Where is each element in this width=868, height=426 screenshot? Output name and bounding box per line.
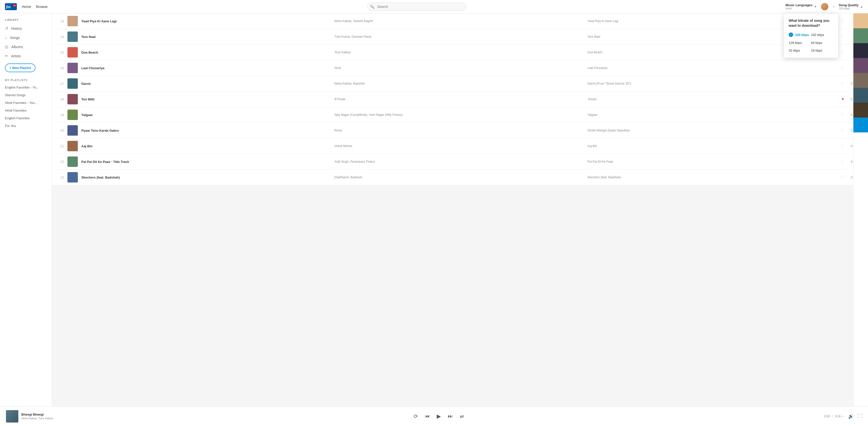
- search-bar: 🔍: [367, 2, 434, 11]
- table-row[interactable]: 16 Laal Chunariya Akull Laal Chunariya ♡…: [52, 60, 434, 76]
- song-number: 18: [57, 97, 64, 101]
- song-artist: Neha Kakkar, Badshah: [334, 82, 434, 85]
- table-row[interactable]: 13 Yaad Piya Ki Aane Lagi Neha Kakkar, T…: [52, 13, 434, 29]
- song-artist: Vishal Mishra: [334, 144, 434, 148]
- song-thumbnail: [67, 31, 78, 42]
- song-name: Skechers (feat. Badshah): [81, 176, 331, 179]
- song-artist: Ajey Nagar (CarryMinati), Yash Nagar (Wi…: [334, 113, 434, 117]
- song-number: 21: [57, 144, 64, 148]
- sidebar-artists-label: Artists: [11, 54, 21, 58]
- history-icon: ↺: [5, 26, 8, 31]
- song-number: 14: [57, 35, 64, 39]
- song-thumbnail: [67, 94, 78, 104]
- song-number: 23: [57, 176, 64, 179]
- song-number: 20: [57, 129, 64, 132]
- table-row[interactable]: 20 Pyaar Tenu Karda Gabru Romy Shubh Man…: [52, 123, 434, 139]
- sidebar-history-label: History: [11, 27, 22, 30]
- search-icon: 🔍: [370, 5, 374, 9]
- song-name: Laal Chunariya: [81, 66, 331, 70]
- song-name: Aaj Bhi: [81, 144, 331, 148]
- header-left: jio tv Home Browse: [5, 3, 48, 10]
- song-list: 13 Yaad Piya Ki Aane Lagi Neha Kakkar, T…: [52, 13, 434, 185]
- my-playlists-label: MY PLAYLISTS: [0, 75, 52, 84]
- playlist-item-hindi-fav-yo[interactable]: Hindi Favorites - You...: [0, 99, 52, 106]
- song-thumbnail: [67, 16, 78, 26]
- song-name: Pal Pal Dil Ke Paas - Title Track: [81, 160, 331, 164]
- song-number: 13: [57, 19, 64, 23]
- song-number: 16: [57, 66, 64, 70]
- song-name: Teri Mitti: [81, 97, 331, 101]
- song-artist: Neha Kakkar, Tanishk Bagchi: [334, 19, 434, 23]
- playlist-item-starred[interactable]: Starred Songs: [0, 91, 52, 99]
- song-artist: Romy: [334, 129, 434, 132]
- song-artist: Akull: [334, 66, 434, 70]
- song-name: Garmi: [81, 82, 331, 86]
- nav-browse[interactable]: Browse: [36, 5, 48, 9]
- table-row[interactable]: 23 Skechers (feat. Badshah) DripReport, …: [52, 170, 434, 185]
- artists-icon: ✏: [5, 54, 8, 58]
- albums-icon: ◎: [5, 44, 8, 49]
- sidebar-item-history[interactable]: ↺ History: [0, 24, 52, 33]
- song-thumbnail: [67, 141, 78, 151]
- song-artist: Tulsi Kumar, Darshan Raval: [334, 35, 434, 38]
- header: jio tv Home Browse 🔍 Music Languages Hin…: [0, 0, 434, 13]
- song-thumbnail: [67, 172, 78, 183]
- table-row[interactable]: 17 Garmi Neha Kakkar, Badshah Garmi (Fro…: [52, 76, 434, 91]
- song-thumbnail: [67, 156, 78, 167]
- song-thumbnail: [67, 47, 78, 58]
- song-artist: Arijit Singh, Parampara Thakur: [334, 160, 434, 163]
- table-row[interactable]: 22 Pal Pal Dil Ke Paas - Title Track Ari…: [52, 154, 434, 170]
- new-playlist-button[interactable]: + New Playlist: [5, 63, 35, 72]
- logo[interactable]: jio tv: [5, 3, 17, 10]
- sidebar-albums-label: Albums: [11, 45, 23, 49]
- table-row[interactable]: 14 Tere Naal Tulsi Kumar, Darshan Raval …: [52, 29, 434, 44]
- sidebar-item-songs[interactable]: ♩ Songs: [0, 33, 52, 42]
- playlist-item-english-fav-yo[interactable]: English Favorites - Yo...: [0, 84, 52, 91]
- playlist-item-hindi-fav[interactable]: Hindi Favorites: [0, 106, 52, 114]
- table-row[interactable]: 21 Aaj Bhi Vishal Mishra Aaj Bhi ♡ 4:01 …: [52, 139, 434, 154]
- song-thumbnail: [67, 125, 78, 135]
- search-input[interactable]: [367, 2, 434, 11]
- svg-text:jio: jio: [6, 5, 11, 9]
- song-name: Goa Beach: [81, 51, 331, 54]
- song-name: Pyaar Tenu Karda Gabru: [81, 129, 331, 132]
- song-name: Yalgaar: [81, 113, 331, 117]
- song-number: 19: [57, 113, 64, 117]
- main-content: 13 Yaad Piya Ki Aane Lagi Neha Kakkar, T…: [52, 13, 434, 213]
- song-number: 17: [57, 82, 64, 86]
- song-name: Tere Naal: [81, 35, 331, 39]
- playlist-item-english-fav[interactable]: English Favorites: [0, 114, 52, 122]
- svg-text:tv: tv: [13, 4, 16, 7]
- song-thumbnail: [67, 110, 78, 120]
- sidebar-songs-label: Songs: [10, 36, 20, 40]
- songs-icon: ♩: [5, 35, 7, 40]
- table-row[interactable]: 18 Teri Mitti B Praak Kesari ♥ 5:14 ⬇: [52, 91, 434, 107]
- nav-home[interactable]: Home: [22, 5, 31, 9]
- song-artist: DripReport, Badshah: [334, 176, 434, 179]
- table-row[interactable]: 15 Goa Beach Tony Kakkar Goa Beach ♡ ⬇: [52, 44, 434, 60]
- song-thumbnail: [67, 78, 78, 89]
- library-label: LIBRARY: [0, 18, 52, 24]
- playlist-item-for-you[interactable]: For You: [0, 122, 52, 130]
- song-thumbnail: [67, 63, 78, 73]
- song-number: 15: [57, 51, 64, 54]
- sidebar-item-albums[interactable]: ◎ Albums: [0, 42, 52, 51]
- song-artist: Tony Kakkar: [334, 51, 434, 54]
- sidebar-item-artists[interactable]: ✏ Artists: [0, 51, 52, 61]
- song-name: Yaad Piya Ki Aane Lagi: [81, 19, 331, 23]
- song-number: 22: [57, 160, 64, 164]
- nav: Home Browse: [22, 5, 48, 9]
- table-row[interactable]: 19 Yalgaar Ajey Nagar (CarryMinati), Yas…: [52, 107, 434, 123]
- sidebar: LIBRARY ↺ History ♩ Songs ◎ Albums ✏ Art…: [0, 13, 52, 213]
- song-artist: B Praak: [335, 97, 434, 101]
